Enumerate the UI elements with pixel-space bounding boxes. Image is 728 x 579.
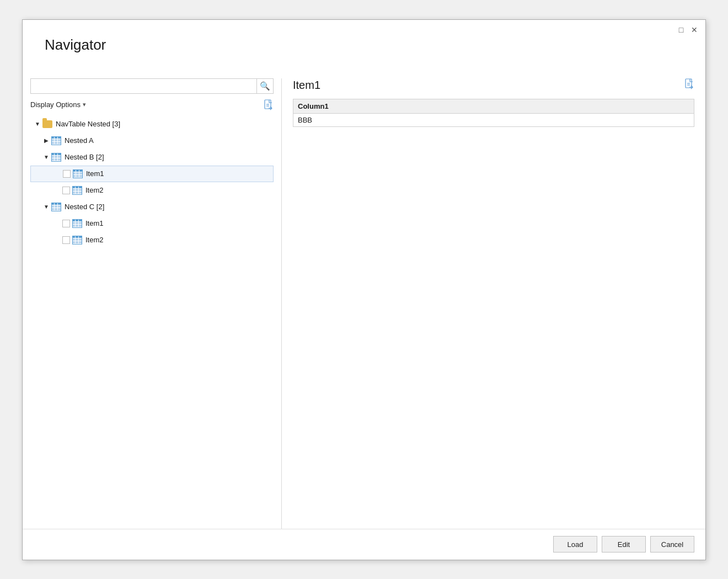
nested-b-item1[interactable]: Item1 xyxy=(30,166,274,182)
search-row: 🔍 xyxy=(30,78,274,94)
display-options-label: Display Options xyxy=(30,100,81,109)
preview-header: Item1 xyxy=(293,78,694,92)
preview-table: Column1 BBB xyxy=(293,99,694,127)
table-icon-item2-b xyxy=(72,186,82,195)
window-title: Navigator xyxy=(45,36,106,54)
display-options-button[interactable]: Display Options ▾ xyxy=(30,100,86,109)
cancel-button[interactable]: Cancel xyxy=(650,536,694,553)
bottom-bar: Load Edit Cancel xyxy=(23,529,705,560)
root-expander: ▼ xyxy=(33,119,42,129)
close-button[interactable]: ✕ xyxy=(689,24,700,35)
tree: ▼ NavTable Nested [3] ▶ Nested A xyxy=(30,115,274,529)
nested-c-item1[interactable]: Item1 xyxy=(30,215,274,232)
file-icon xyxy=(264,99,274,110)
nested-b-item1-label: Item1 xyxy=(86,169,104,178)
nested-b-item2-label: Item2 xyxy=(85,186,104,194)
right-panel: Item1 Column1 xyxy=(282,78,705,529)
table-icon-nested-c xyxy=(51,203,61,211)
navigator-window: □ ✕ Navigator 🔍 Display Options ▾ xyxy=(22,19,706,560)
display-options-row: Display Options ▾ xyxy=(30,99,274,110)
preview-table-header-row: Column1 xyxy=(293,99,694,113)
preview-icon-button[interactable] xyxy=(684,78,694,92)
preview-title: Item1 xyxy=(293,79,320,92)
nested-c-expander: ▼ xyxy=(41,202,51,212)
left-panel: 🔍 Display Options ▾ xyxy=(23,78,282,529)
content-area: 🔍 Display Options ▾ xyxy=(23,78,705,529)
item1-checkbox[interactable] xyxy=(63,170,71,178)
table-icon-item2-c xyxy=(72,236,82,245)
item1-spacer xyxy=(53,169,63,179)
nested-c-group[interactable]: ▼ Nested C [2] xyxy=(30,199,274,215)
left-panel-icon-button[interactable] xyxy=(264,99,274,110)
preview-file-icon xyxy=(684,78,694,89)
nested-c-item2-label: Item2 xyxy=(85,236,104,244)
preview-cell-bbb: BBB xyxy=(293,113,694,126)
titlebar: □ ✕ xyxy=(23,20,705,40)
item2-checkbox[interactable] xyxy=(62,187,70,194)
nested-b-label: Nested B [2] xyxy=(65,153,104,161)
nested-c-item1-label: Item1 xyxy=(85,219,104,227)
tree-root[interactable]: ▼ NavTable Nested [3] xyxy=(30,116,274,132)
nested-b-expander: ▼ xyxy=(41,152,51,162)
search-button[interactable]: 🔍 xyxy=(257,78,274,94)
search-input[interactable] xyxy=(30,78,257,94)
nested-b-item2[interactable]: Item2 xyxy=(30,182,274,199)
preview-col-column1: Column1 xyxy=(293,99,694,113)
c-item2-spacer xyxy=(52,235,62,245)
display-options-arrow: ▾ xyxy=(83,101,86,108)
preview-table-row: BBB xyxy=(293,113,694,126)
c-item1-checkbox[interactable] xyxy=(62,220,70,227)
nested-a-expander: ▶ xyxy=(41,136,51,146)
table-icon-nested-b xyxy=(51,153,61,162)
nested-c-item2[interactable]: Item2 xyxy=(30,232,274,248)
table-icon-nested-a xyxy=(51,136,61,145)
c-item1-spacer xyxy=(52,219,62,229)
c-item2-checkbox[interactable] xyxy=(62,236,70,244)
maximize-button[interactable]: □ xyxy=(676,24,687,35)
load-button[interactable]: Load xyxy=(553,536,597,553)
table-icon-item1-b xyxy=(73,169,83,178)
nested-b-group[interactable]: ▼ Nested B [2] xyxy=(30,149,274,166)
item2-spacer xyxy=(52,185,62,195)
root-label: NavTable Nested [3] xyxy=(56,120,120,128)
nested-a-label: Nested A xyxy=(65,136,94,145)
table-icon-item1-c xyxy=(72,219,82,228)
edit-button[interactable]: Edit xyxy=(602,536,646,553)
nested-a-group[interactable]: ▶ Nested A xyxy=(30,132,274,149)
folder-icon xyxy=(42,120,52,128)
nested-c-label: Nested C [2] xyxy=(65,203,104,211)
